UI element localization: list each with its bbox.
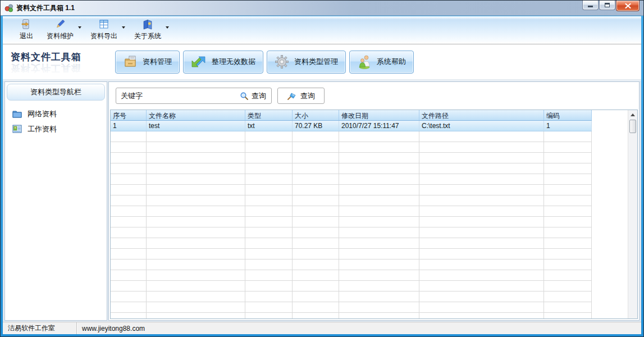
clean-invalid-label: 整理无效数据: [212, 57, 255, 67]
column-header-size[interactable]: 大小: [293, 110, 339, 120]
column-header-code[interactable]: 编码: [544, 110, 592, 120]
type-manage-label: 资料类型管理: [294, 57, 338, 67]
search-query-label: 查询: [252, 91, 266, 101]
vertical-scrollbar[interactable]: [628, 110, 637, 318]
sidebar-nav-list: 网络资料 工作资料: [5, 102, 107, 136]
toolbar-about-button[interactable]: 关于系统: [129, 16, 167, 43]
header-buttons: 资料管理 整理无效数据: [115, 51, 414, 74]
type-manage-button[interactable]: 资料类型管理: [267, 51, 346, 74]
scrollbar-thumb[interactable]: [629, 120, 636, 133]
pen-icon: [54, 19, 66, 30]
cell-type: txt: [245, 121, 293, 131]
titlebar[interactable]: 资料文件工具箱 1.1: [1, 1, 643, 16]
keyword-input[interactable]: 关键字 查询: [116, 88, 272, 104]
toolbar-exit-label: 退出: [20, 31, 33, 41]
maintain-dropdown-icon[interactable]: [78, 26, 81, 29]
clean-invalid-button[interactable]: 整理无效数据: [183, 51, 263, 74]
work-card-icon: [12, 125, 22, 133]
cell-modified: 2010/7/27 15:11:47: [339, 121, 419, 131]
keyword-value: 关键字: [116, 91, 240, 101]
cell-size: 70.27 KB: [293, 121, 339, 131]
client-area: 退出 资料维护: [3, 16, 641, 334]
minimize-icon: [588, 6, 593, 7]
data-manage-label: 资料管理: [143, 57, 172, 67]
search-icon: [240, 92, 249, 101]
sidebar-item-network-label: 网络资料: [28, 109, 57, 119]
toolbar-exit-button[interactable]: 退出: [12, 16, 41, 43]
column-header-type[interactable]: 类型: [245, 110, 293, 120]
sidebar-item-network-data[interactable]: 网络资料: [5, 106, 107, 121]
column-header-modified[interactable]: 修改日期: [339, 110, 419, 120]
toolbar-export-button[interactable]: 资料导出: [85, 16, 123, 43]
search-query-button[interactable]: 查询: [240, 91, 271, 101]
blue-folder-icon: [12, 110, 22, 118]
window-controls: [582, 1, 640, 11]
search-row: 关键字 查询: [109, 82, 639, 110]
help-book-icon: [142, 19, 153, 30]
sidebar-item-work-label: 工作资料: [28, 124, 57, 134]
query-button[interactable]: 查询: [277, 88, 325, 104]
header-band: 资料文件工具箱 资料文件工具箱 资料管理: [3, 44, 641, 80]
column-header-filename[interactable]: 文件名称: [147, 110, 245, 120]
sidebar: 资料类型导航栏 网络资料: [4, 81, 107, 321]
broom-icon: [287, 92, 297, 101]
table-row[interactable]: 1 test txt 70.27 KB 2010/7/27 15:11:47 C…: [111, 121, 592, 131]
about-dropdown-icon[interactable]: [166, 26, 169, 29]
main-panel: 关键字 查询: [108, 81, 640, 321]
data-manage-button[interactable]: 资料管理: [115, 51, 180, 74]
app-icon: [4, 3, 13, 12]
toolbar-about-label: 关于系统: [134, 31, 161, 41]
scroll-up-icon: [631, 113, 635, 116]
status-website: www.jieyitong88.com: [77, 322, 641, 334]
column-header-index[interactable]: 序号: [111, 110, 147, 120]
app-title-block: 资料文件工具箱 资料文件工具箱: [3, 46, 108, 78]
cell-code: 1: [544, 121, 592, 131]
maximize-icon: [605, 3, 610, 7]
gear-icon: [275, 54, 289, 69]
main-toolbar: 退出 资料维护: [3, 16, 641, 44]
statusbar: 洁易软件工作室 www.jieyitong88.com: [3, 322, 641, 334]
system-help-button[interactable]: 系统帮助: [349, 51, 414, 74]
maximize-button[interactable]: [599, 1, 615, 10]
clean-arrows-icon: [191, 54, 207, 69]
exit-door-icon: [21, 19, 32, 30]
content-area: 资料类型导航栏 网络资料: [3, 80, 641, 322]
table-header-row: 序号 文件名称 类型 大小 修改日期 文件路径 编码: [111, 110, 592, 121]
close-button[interactable]: [616, 1, 640, 11]
cell-filename: test: [147, 121, 245, 131]
cell-path: C:\test.txt: [419, 121, 544, 131]
status-studio: 洁易软件工作室: [3, 322, 77, 334]
sidebar-item-work-data[interactable]: 工作资料: [5, 121, 107, 136]
toolbar-export-label: 资料导出: [90, 31, 117, 41]
minimize-button[interactable]: [582, 1, 599, 10]
toolbar-maintain-label: 资料维护: [47, 31, 74, 41]
scroll-up-button[interactable]: [628, 110, 637, 119]
export-dropdown-icon[interactable]: [122, 26, 125, 29]
table-area: 序号 文件名称 类型 大小 修改日期 文件路径 编码 1 test txt: [111, 110, 628, 318]
window-title: 资料文件工具箱 1.1: [16, 3, 75, 13]
people-icon: [357, 54, 372, 69]
column-header-path[interactable]: 文件路径: [419, 110, 544, 120]
export-grid-icon: [98, 19, 109, 30]
cell-index: 1: [111, 121, 147, 131]
sidebar-nav-header[interactable]: 资料类型导航栏: [7, 84, 105, 101]
system-help-label: 系统帮助: [377, 57, 406, 67]
table-grid-background: [111, 110, 592, 318]
close-icon: [625, 3, 631, 8]
app-window: 资料文件工具箱 1.1 退出: [0, 0, 644, 337]
folder-icon: [123, 54, 138, 69]
file-table: 序号 文件名称 类型 大小 修改日期 文件路径 编码 1 test txt: [110, 110, 638, 319]
toolbar-maintain-button[interactable]: 资料维护: [41, 16, 79, 43]
app-title-reflection: 资料文件工具箱: [11, 62, 108, 75]
query-button-label: 查询: [300, 91, 315, 101]
